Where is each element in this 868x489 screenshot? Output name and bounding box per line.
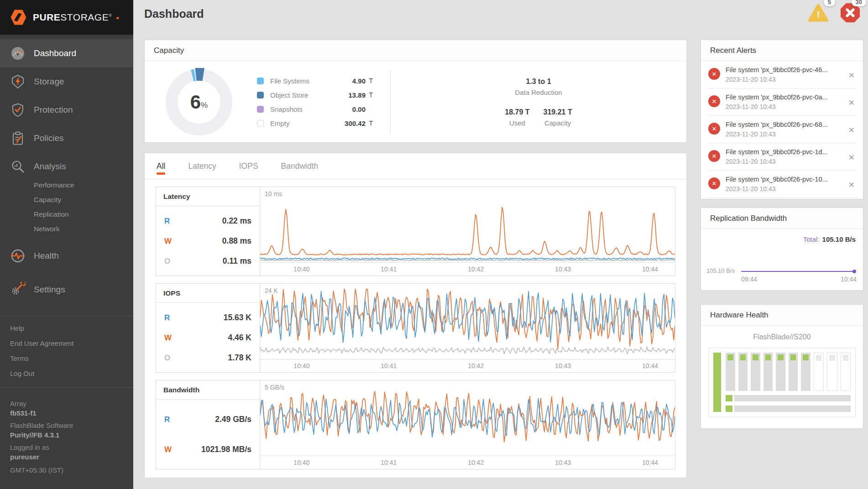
warning-alerts-button[interactable]: ! 5: [808, 3, 829, 24]
replication-total-label: Total:: [803, 235, 820, 243]
capacity-panel: Capacity 6 %: [144, 40, 687, 143]
alert-item[interactable]: ✕ File system 'px_9bbc0f26-pvc-10...2023…: [707, 171, 857, 198]
link-terms[interactable]: Terms: [10, 351, 133, 366]
tab-latency[interactable]: Latency: [188, 153, 216, 179]
login-label: Logged in as: [10, 443, 133, 451]
sidebar-item-label: Policies: [34, 133, 63, 143]
svg-text:!: !: [817, 10, 820, 20]
sidebar-item-label: Storage: [34, 77, 64, 87]
blade-row: [726, 353, 851, 391]
module-body: [734, 406, 851, 412]
iops-chart-row: IOPS R15.63 K W4.46 K O1.78 K 24 K: [156, 283, 675, 373]
chassis-status-led: [713, 353, 721, 412]
sidebar-item-protection[interactable]: Protection: [0, 96, 133, 124]
sidebar-subitem-network[interactable]: Network: [34, 222, 133, 236]
link-end-user-agreement[interactable]: End User Agreement: [10, 336, 133, 351]
alert-dismiss-icon[interactable]: ✕: [844, 94, 857, 108]
legend-row-empty: Empty 300.42 T: [257, 116, 373, 130]
sidebar-subitem-replication[interactable]: Replication: [34, 207, 133, 222]
warning-count-badge: 5: [824, 0, 835, 6]
sidebar-links: Help End User Agreement Terms Log Out: [0, 321, 133, 381]
link-help[interactable]: Help: [10, 321, 133, 336]
sidebar-info: Array fb531-f1 FlashBlade Software Purit…: [0, 395, 133, 474]
analysis-magnifier-icon: [10, 159, 26, 174]
array-name: fb531-f1: [10, 409, 133, 417]
sidebar-subitem-capacity[interactable]: Capacity: [34, 192, 133, 207]
capacity-body: 6 % File Systems 4.90 T Ob: [145, 61, 686, 143]
settings-gear-wrench-icon: [10, 282, 26, 297]
bandwidth-write-stat: W1021.98 MB/s: [164, 445, 251, 454]
sidebar-item-storage[interactable]: Storage: [0, 68, 133, 96]
storage-icon: [10, 74, 26, 89]
logo-bar: PURESTORAGE® ◂: [0, 0, 133, 35]
array-label: Array: [10, 400, 133, 407]
alert-error-icon: ✕: [708, 123, 720, 135]
chassis-module-bar: [726, 406, 851, 412]
latency-chart-row: Latency R0.22 ms W0.88 ms O0.11 ms 10 ms: [156, 187, 675, 276]
sidebar-nav: Dashboard Storage Protection: [0, 35, 133, 304]
critical-alerts-button[interactable]: 30: [841, 3, 860, 24]
sidebar-item-health[interactable]: Health: [0, 242, 133, 270]
sidebar-subitem-performance[interactable]: Performance: [34, 178, 133, 192]
latency-read-stat: R0.22 ms: [164, 216, 251, 226]
used-capacity: 18.79 T Used: [505, 108, 529, 127]
latency-other-stat: O0.11 ms: [164, 256, 251, 266]
brand-wordmark: PURESTORAGE®: [33, 12, 112, 23]
blade-slot-empty: [841, 353, 851, 391]
software-label: FlashBlade Software: [10, 421, 133, 429]
alert-item[interactable]: ✕ File system 'px_9bbc0f26-pvc-0a...2023…: [707, 88, 857, 116]
right-column: Recent Alerts ✕ File system 'px_9bbc0f26…: [701, 27, 863, 489]
chassis-module-bar: [726, 395, 851, 401]
bandwidth-stats: Bandwidth R2.49 GB/s W1021.98 MB/s: [156, 380, 260, 469]
sidebar-item-label: Analysis: [34, 161, 66, 172]
legend-row-snapshots: Snapshots 0.00: [257, 102, 373, 116]
alert-dismiss-icon[interactable]: ✕: [844, 176, 857, 190]
iops-line-chart: [260, 284, 675, 359]
alert-item[interactable]: ✕ File system 'px_9bbc0f26-pvc-68...2023…: [707, 116, 857, 143]
total-capacity: 319.21 T Capacity: [544, 108, 572, 127]
bandwidth-ymax-label: 5 GB/s: [265, 384, 284, 391]
sidebar-item-policies[interactable]: Policies: [0, 124, 133, 152]
link-log-out[interactable]: Log Out: [10, 366, 133, 381]
sidebar: PURESTORAGE® ◂ Dashboard Storage: [0, 0, 133, 489]
iops-write-stat: W4.46 K: [164, 333, 251, 343]
blade-filled: [789, 353, 798, 391]
file-systems-swatch: [257, 78, 264, 84]
chassis-diagram[interactable]: [708, 348, 856, 417]
bandwidth-read-stat: R2.49 GB/s: [164, 415, 251, 424]
sidebar-collapse-arrow[interactable]: ◂: [115, 14, 119, 21]
alert-item[interactable]: ✕ File system 'px_9bbc0f26-pvc-46...2023…: [707, 61, 857, 88]
analysis-sub-list: Performance Capacity Replication Network: [34, 178, 133, 236]
top-bar: Dashboard ! 5 30: [133, 0, 868, 27]
sidebar-item-label: Protection: [34, 105, 73, 115]
alert-error-icon: ✕: [708, 150, 720, 162]
iops-plot: 24 K 10:40 10:41 10:42 10:43 10:44: [260, 284, 675, 372]
tab-iops[interactable]: IOPS: [239, 153, 258, 179]
recent-alerts-list: ✕ File system 'px_9bbc0f26-pvc-46...2023…: [701, 61, 863, 198]
replication-yaxis-label: 105.10 B/s: [706, 267, 735, 274]
iops-ymax-label: 24 K: [265, 287, 278, 294]
alert-dismiss-icon[interactable]: ✕: [844, 66, 857, 80]
alert-error-icon: ✕: [708, 177, 720, 189]
tab-bandwidth[interactable]: Bandwidth: [281, 153, 319, 179]
capacity-panel-title: Capacity: [145, 40, 686, 61]
critical-count-badge: 30: [852, 0, 866, 6]
alert-dismiss-icon[interactable]: ✕: [844, 121, 857, 135]
alert-dismiss-icon[interactable]: ✕: [844, 148, 857, 162]
sidebar-item-dashboard[interactable]: Dashboard: [0, 39, 133, 68]
iops-read-stat: R15.63 K: [164, 313, 251, 323]
sidebar-item-analysis[interactable]: Analysis: [0, 152, 133, 181]
tab-all[interactable]: All: [157, 153, 165, 179]
sidebar-item-label: Health: [34, 251, 59, 261]
iops-xaxis: 10:40 10:41 10:42 10:43 10:44: [260, 359, 675, 372]
alert-item[interactable]: ✕ File system 'px_9bbc0f26-pvc-1d...2023…: [707, 143, 857, 171]
sidebar-item-settings[interactable]: Settings: [0, 276, 133, 304]
blade-filled: [726, 353, 735, 391]
performance-tabs: All Latency IOPS Bandwidth: [145, 153, 686, 179]
blade-filled: [751, 353, 760, 391]
protection-shield-icon: [10, 102, 26, 118]
iops-other-stat: O1.78 K: [164, 353, 251, 363]
recent-alerts-panel: Recent Alerts ✕ File system 'px_9bbc0f26…: [701, 40, 863, 199]
bandwidth-chart-row: Bandwidth R2.49 GB/s W1021.98 MB/s 5 GB/…: [156, 380, 675, 469]
legend-row-object-store: Object Store 13.89 T: [257, 88, 373, 102]
